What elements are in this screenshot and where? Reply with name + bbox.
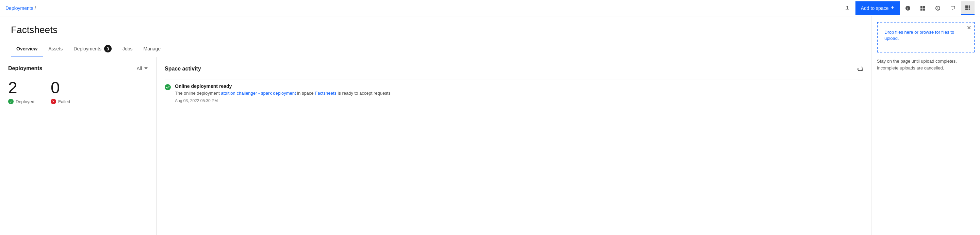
close-dropzone-button[interactable]: ✕: [967, 25, 971, 30]
add-to-space-button[interactable]: Add to space +: [856, 2, 900, 15]
tab-deployments-label: Deployments: [73, 46, 102, 51]
activity-desc-before: The online deployment: [175, 91, 221, 96]
activity-header: Space activity: [165, 66, 862, 72]
history-icon-button[interactable]: [931, 2, 945, 15]
tab-manage-label: Manage: [143, 46, 161, 51]
tab-assets-label: Assets: [48, 46, 63, 51]
add-to-space-label: Add to space: [861, 5, 889, 11]
failed-count: 0: [51, 80, 70, 96]
deployed-label: Deployed: [8, 99, 34, 104]
refresh-button[interactable]: [857, 66, 862, 72]
activity-item: Online deployment ready The online deplo…: [165, 79, 862, 107]
tab-manage[interactable]: Manage: [138, 41, 166, 57]
stats-row: 2 Deployed 0 Failed: [8, 80, 148, 104]
tab-overview-label: Overview: [16, 46, 37, 51]
deployments-card-title: Deployments: [8, 66, 42, 72]
failed-stat: 0 Failed: [51, 80, 70, 104]
info-icon-button[interactable]: [901, 2, 915, 15]
tab-jobs-label: Jobs: [123, 46, 133, 51]
filter-label: All: [137, 66, 142, 71]
tab-jobs[interactable]: Jobs: [117, 41, 138, 57]
top-bar-right: Add to space +: [840, 2, 975, 15]
deployments-card-header: Deployments All: [8, 66, 148, 72]
check-circle-icon: [165, 84, 171, 90]
tabs-bar: Overview Assets Deployments 3 Jobs Manag…: [0, 41, 871, 57]
chat-icon-button[interactable]: [946, 2, 959, 15]
activity-item-title: Online deployment ready: [175, 83, 391, 89]
refresh-icon: [857, 66, 862, 71]
failed-label: Failed: [51, 99, 70, 104]
activity-timestamp: Aug 03, 2022 05:30 PM: [175, 98, 391, 103]
activity-title: Space activity: [165, 66, 201, 72]
upload-dropzone[interactable]: ✕ Drop files here or browse for files to…: [877, 22, 975, 53]
deployed-count: 2: [8, 80, 34, 96]
main-container: Factsheets Overview Assets Deployments 3…: [0, 16, 980, 235]
failed-icon: [51, 99, 56, 104]
activity-desc-after: is ready to accept requests: [337, 91, 391, 96]
activity-item-description: The online deployment attrition challeng…: [175, 90, 391, 96]
deployed-text: Deployed: [16, 99, 34, 104]
deployed-icon: [8, 99, 14, 104]
tab-assets[interactable]: Assets: [43, 41, 68, 57]
top-bar: Deployments / Add to space +: [0, 0, 980, 16]
failed-text: Failed: [58, 99, 70, 104]
activity-item-content: Online deployment ready The online deplo…: [175, 83, 391, 103]
tab-overview[interactable]: Overview: [11, 41, 43, 57]
graph-icon-button[interactable]: [916, 2, 930, 15]
activity-desc-middle: in space: [296, 91, 315, 96]
space-link[interactable]: Factsheets: [315, 91, 337, 96]
upload-dropzone-text: Drop files here or browse for files to u…: [885, 29, 967, 42]
chevron-down-icon: [144, 66, 148, 70]
deployments-badge: 3: [104, 45, 111, 53]
grid-icon-button[interactable]: [961, 2, 975, 15]
deployments-filter[interactable]: All: [137, 66, 148, 71]
breadcrumb-separator: /: [35, 5, 36, 11]
deployments-card: Deployments All 2 Deployed: [0, 57, 156, 235]
breadcrumb-deployments-link[interactable]: Deployments: [5, 5, 33, 11]
page-title: Factsheets: [0, 16, 871, 41]
upload-button[interactable]: [840, 2, 854, 15]
upload-notice: Stay on the page until upload completes.…: [877, 58, 975, 71]
tab-deployments[interactable]: Deployments 3: [68, 41, 117, 57]
activity-status-icon: [165, 84, 171, 103]
activity-card: Space activity On: [156, 57, 871, 235]
left-panel: Factsheets Overview Assets Deployments 3…: [0, 16, 871, 235]
deployed-stat: 2 Deployed: [8, 80, 34, 104]
plus-icon: +: [891, 5, 894, 11]
deployment-link[interactable]: attrition challenger - spark deployment: [221, 91, 296, 96]
upload-panel: ✕ Drop files here or browse for files to…: [871, 16, 980, 235]
breadcrumb: Deployments /: [5, 5, 36, 11]
svg-point-0: [165, 84, 171, 90]
content-area: Deployments All 2 Deployed: [0, 57, 871, 235]
